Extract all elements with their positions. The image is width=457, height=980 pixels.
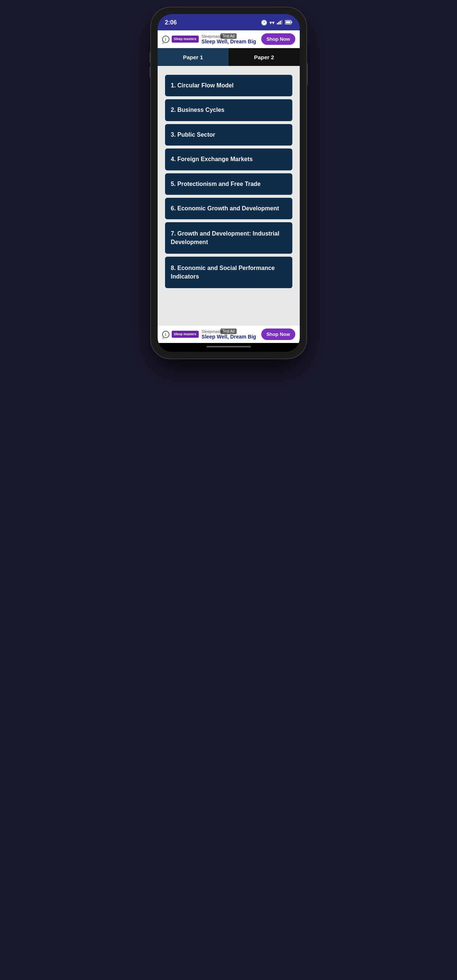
- ad-test-badge: Test Ad: [220, 33, 237, 39]
- wifi-icon: ▾▾: [270, 20, 275, 25]
- ad-close-icon-bottom[interactable]: ✕: [161, 336, 165, 341]
- topic-item-1[interactable]: 1. Circular Flow Model: [165, 75, 292, 96]
- tab-paper1[interactable]: Paper 1: [158, 48, 228, 66]
- status-time: 2:06: [165, 19, 177, 26]
- topic-item-3[interactable]: 3. Public Sector: [165, 124, 292, 146]
- main-content: 1. Circular Flow Model 2. Business Cycle…: [158, 66, 300, 325]
- svg-rect-0: [277, 23, 278, 24]
- ad-logo-bottom: Sleep masters: [172, 331, 199, 338]
- power-button[interactable]: [306, 63, 308, 85]
- svg-rect-1: [278, 22, 279, 24]
- svg-rect-5: [286, 21, 290, 23]
- ad-close-icon-top[interactable]: ✕: [161, 40, 165, 46]
- topic-item-4[interactable]: 4. Foreign Exchange Markets: [165, 148, 292, 170]
- topic-item-2[interactable]: 2. Business Cycles: [165, 99, 292, 121]
- ad-shop-now-button-top[interactable]: Shop Now: [261, 33, 295, 45]
- ad-tagline: Sleep Well, Dream Big: [202, 38, 258, 45]
- ad-logo: Sleep masters: [172, 35, 199, 43]
- topic-item-5[interactable]: 5. Protectionism and Free Trade: [165, 173, 292, 195]
- topics-list: 1. Circular Flow Model 2. Business Cycle…: [162, 72, 295, 291]
- topic-label-7: 7. Growth and Development: Industrial De…: [171, 231, 279, 245]
- ad-banner-bottom: i Sleep masters Sleepmasters Sleep Well,…: [158, 325, 300, 343]
- volume-down-button[interactable]: [149, 67, 151, 78]
- ad-logo-area: i Sleep masters: [162, 35, 199, 43]
- battery-icon: [285, 20, 292, 25]
- svg-rect-3: [281, 20, 282, 24]
- home-bar: [158, 343, 300, 352]
- ad-banner-top: i Sleep masters Sleepmasters Sleep Well,…: [158, 30, 300, 48]
- topic-label-3: 3. Public Sector: [171, 132, 215, 138]
- status-bar: 2:06 🕐 ▾▾: [158, 14, 300, 30]
- ad-test-badge-bottom: Test Ad: [220, 329, 237, 334]
- topic-label-6: 6. Economic Growth and Development: [171, 205, 279, 212]
- status-icons: 🕐 ▾▾: [261, 20, 292, 25]
- svg-rect-6: [291, 21, 292, 23]
- topic-label-2: 2. Business Cycles: [171, 107, 225, 113]
- topic-item-6[interactable]: 6. Economic Growth and Development: [165, 198, 292, 219]
- ad-shop-now-button-bottom[interactable]: Shop Now: [261, 329, 295, 340]
- ad-logo-area-bottom: i Sleep masters: [162, 331, 199, 338]
- topic-item-7[interactable]: 7. Growth and Development: Industrial De…: [165, 222, 292, 254]
- topic-label-8: 8. Economic and Social Performance Indic…: [171, 265, 275, 279]
- topic-label-1: 1. Circular Flow Model: [171, 82, 234, 89]
- home-bar-indicator[interactable]: [206, 346, 251, 347]
- phone-frame: 2:06 🕐 ▾▾: [151, 7, 306, 358]
- tab-bar: Paper 1 Paper 2: [158, 48, 300, 66]
- volume-up-button[interactable]: [149, 52, 151, 63]
- clock-icon: 🕐: [261, 20, 267, 25]
- topic-label-5: 5. Protectionism and Free Trade: [171, 181, 261, 187]
- signal-icon: [277, 20, 283, 25]
- tab-paper2[interactable]: Paper 2: [228, 48, 300, 66]
- phone-screen: 2:06 🕐 ▾▾: [158, 14, 300, 352]
- topic-label-4: 4. Foreign Exchange Markets: [171, 156, 253, 162]
- topic-item-8[interactable]: 8. Economic and Social Performance Indic…: [165, 257, 292, 288]
- ad-tagline-bottom: Sleep Well, Dream Big: [202, 334, 258, 340]
- svg-rect-2: [280, 21, 281, 24]
